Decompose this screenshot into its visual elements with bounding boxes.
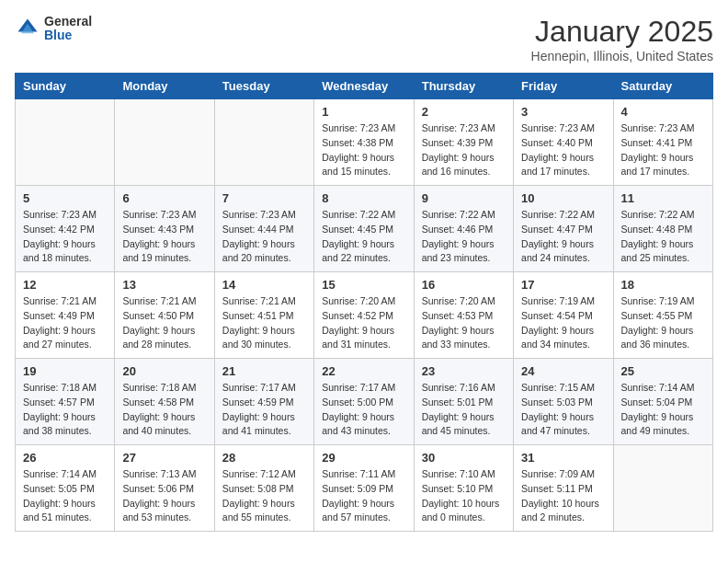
sunrise-text: Sunrise: 7:23 AM <box>621 121 705 136</box>
daylight-text: Daylight: 9 hours and 33 minutes. <box>422 324 506 353</box>
sunset-text: Sunset: 4:52 PM <box>322 309 405 324</box>
calendar-cell: 8Sunrise: 7:22 AMSunset: 4:45 PMDaylight… <box>314 186 414 272</box>
sunset-text: Sunset: 4:39 PM <box>422 136 506 151</box>
daylight-text: Daylight: 9 hours and 36 minutes. <box>621 324 705 353</box>
calendar-cell: 3Sunrise: 7:23 AMSunset: 4:40 PMDaylight… <box>514 99 613 186</box>
day-info: Sunrise: 7:20 AMSunset: 4:53 PMDaylight:… <box>422 294 506 352</box>
sunset-text: Sunset: 4:48 PM <box>621 223 705 237</box>
sunrise-text: Sunrise: 7:14 AM <box>23 467 107 482</box>
calendar-cell: 27Sunrise: 7:13 AMSunset: 5:06 PMDayligh… <box>115 445 214 532</box>
weekday-header-thursday: Thursday <box>414 74 513 99</box>
sunrise-text: Sunrise: 7:16 AM <box>422 381 506 396</box>
sunrise-text: Sunrise: 7:22 AM <box>422 208 506 223</box>
weekday-header-friday: Friday <box>514 74 613 99</box>
sunset-text: Sunset: 4:50 PM <box>122 309 206 324</box>
weekday-header-tuesday: Tuesday <box>214 74 313 99</box>
sunrise-text: Sunrise: 7:11 AM <box>322 467 405 482</box>
day-number: 8 <box>322 191 405 205</box>
sunset-text: Sunset: 4:44 PM <box>222 223 306 237</box>
daylight-text: Daylight: 9 hours and 24 minutes. <box>521 237 605 267</box>
sunset-text: Sunset: 5:08 PM <box>222 482 306 497</box>
day-number: 1 <box>322 105 405 119</box>
day-number: 19 <box>23 364 107 378</box>
sunset-text: Sunset: 4:38 PM <box>322 136 405 151</box>
sunset-text: Sunset: 4:49 PM <box>23 309 107 324</box>
day-info: Sunrise: 7:15 AMSunset: 5:03 PMDaylight:… <box>521 381 605 439</box>
calendar-cell: 29Sunrise: 7:11 AMSunset: 5:09 PMDayligh… <box>314 445 414 532</box>
calendar-cell: 12Sunrise: 7:21 AMSunset: 4:49 PMDayligh… <box>16 272 115 359</box>
calendar-cell: 7Sunrise: 7:23 AMSunset: 4:44 PMDaylight… <box>214 186 313 272</box>
sunrise-text: Sunrise: 7:12 AM <box>222 467 306 482</box>
day-info: Sunrise: 7:17 AMSunset: 4:59 PMDaylight:… <box>222 381 306 439</box>
calendar-cell: 16Sunrise: 7:20 AMSunset: 4:53 PMDayligh… <box>414 272 513 359</box>
daylight-text: Daylight: 9 hours and 40 minutes. <box>122 410 206 440</box>
daylight-text: Daylight: 9 hours and 22 minutes. <box>322 237 405 267</box>
day-info: Sunrise: 7:21 AMSunset: 4:49 PMDaylight:… <box>23 294 107 352</box>
sunset-text: Sunset: 4:51 PM <box>222 309 306 324</box>
daylight-text: Daylight: 9 hours and 16 minutes. <box>422 151 506 180</box>
calendar-cell: 2Sunrise: 7:23 AMSunset: 4:39 PMDaylight… <box>414 99 513 186</box>
day-number: 27 <box>122 451 206 465</box>
day-number: 28 <box>222 451 306 465</box>
daylight-text: Daylight: 9 hours and 34 minutes. <box>521 324 605 353</box>
sunrise-text: Sunrise: 7:21 AM <box>122 294 206 309</box>
day-info: Sunrise: 7:18 AMSunset: 4:57 PMDaylight:… <box>23 381 107 439</box>
sunset-text: Sunset: 4:43 PM <box>122 223 206 237</box>
day-info: Sunrise: 7:23 AMSunset: 4:44 PMDaylight:… <box>222 208 306 266</box>
calendar-week-row: 19Sunrise: 7:18 AMSunset: 4:57 PMDayligh… <box>16 359 713 445</box>
day-number: 6 <box>122 191 206 205</box>
calendar-week-row: 12Sunrise: 7:21 AMSunset: 4:49 PMDayligh… <box>16 272 713 359</box>
day-info: Sunrise: 7:23 AMSunset: 4:43 PMDaylight:… <box>122 208 206 266</box>
day-number: 18 <box>621 278 705 292</box>
calendar-cell: 6Sunrise: 7:23 AMSunset: 4:43 PMDaylight… <box>115 186 214 272</box>
weekday-header-sunday: Sunday <box>16 74 115 99</box>
daylight-text: Daylight: 9 hours and 17 minutes. <box>621 151 705 180</box>
daylight-text: Daylight: 9 hours and 20 minutes. <box>222 237 306 267</box>
logo: General Blue <box>15 15 92 43</box>
day-info: Sunrise: 7:23 AMSunset: 4:42 PMDaylight:… <box>23 208 107 266</box>
day-number: 11 <box>621 191 705 205</box>
sunrise-text: Sunrise: 7:21 AM <box>222 294 306 309</box>
daylight-text: Daylight: 9 hours and 30 minutes. <box>222 324 306 353</box>
location-title: Hennepin, Illinois, United States <box>531 49 713 63</box>
sunset-text: Sunset: 4:59 PM <box>222 396 306 410</box>
day-info: Sunrise: 7:13 AMSunset: 5:06 PMDaylight:… <box>122 467 206 525</box>
sunset-text: Sunset: 4:55 PM <box>621 309 705 324</box>
calendar-cell: 21Sunrise: 7:17 AMSunset: 4:59 PMDayligh… <box>214 359 313 445</box>
calendar-cell: 11Sunrise: 7:22 AMSunset: 4:48 PMDayligh… <box>613 186 712 272</box>
calendar-cell: 23Sunrise: 7:16 AMSunset: 5:01 PMDayligh… <box>414 359 513 445</box>
sunset-text: Sunset: 4:58 PM <box>122 396 206 410</box>
calendar-week-row: 26Sunrise: 7:14 AMSunset: 5:05 PMDayligh… <box>16 445 713 532</box>
calendar-cell <box>115 99 214 186</box>
logo-general-label: General <box>44 15 92 29</box>
month-title: January 2025 <box>531 15 713 49</box>
day-info: Sunrise: 7:19 AMSunset: 4:55 PMDaylight:… <box>621 294 705 352</box>
day-info: Sunrise: 7:21 AMSunset: 4:50 PMDaylight:… <box>122 294 206 352</box>
calendar-cell: 18Sunrise: 7:19 AMSunset: 4:55 PMDayligh… <box>613 272 712 359</box>
calendar-cell <box>613 445 712 532</box>
sunset-text: Sunset: 5:01 PM <box>422 396 506 410</box>
sunset-text: Sunset: 5:06 PM <box>122 482 206 497</box>
day-number: 20 <box>122 364 206 378</box>
sunset-text: Sunset: 4:46 PM <box>422 223 506 237</box>
sunrise-text: Sunrise: 7:17 AM <box>322 381 405 396</box>
calendar-cell: 30Sunrise: 7:10 AMSunset: 5:10 PMDayligh… <box>414 445 513 532</box>
calendar-cell: 22Sunrise: 7:17 AMSunset: 5:00 PMDayligh… <box>314 359 414 445</box>
weekday-header-saturday: Saturday <box>613 74 712 99</box>
sunset-text: Sunset: 5:00 PM <box>322 396 405 410</box>
sunrise-text: Sunrise: 7:13 AM <box>122 467 206 482</box>
page-header: General Blue January 2025 Hennepin, Illi… <box>15 15 713 63</box>
calendar-header-row: SundayMondayTuesdayWednesdayThursdayFrid… <box>16 74 713 99</box>
calendar-cell: 31Sunrise: 7:09 AMSunset: 5:11 PMDayligh… <box>514 445 613 532</box>
daylight-text: Daylight: 9 hours and 45 minutes. <box>422 410 506 440</box>
daylight-text: Daylight: 9 hours and 17 minutes. <box>521 151 605 180</box>
sunset-text: Sunset: 5:11 PM <box>521 482 605 497</box>
day-number: 17 <box>521 278 605 292</box>
sunset-text: Sunset: 4:47 PM <box>521 223 605 237</box>
sunrise-text: Sunrise: 7:21 AM <box>23 294 107 309</box>
calendar-cell: 17Sunrise: 7:19 AMSunset: 4:54 PMDayligh… <box>514 272 613 359</box>
calendar-cell: 14Sunrise: 7:21 AMSunset: 4:51 PMDayligh… <box>214 272 313 359</box>
calendar-cell <box>16 99 115 186</box>
calendar-cell: 9Sunrise: 7:22 AMSunset: 4:46 PMDaylight… <box>414 186 513 272</box>
day-number: 16 <box>422 278 506 292</box>
